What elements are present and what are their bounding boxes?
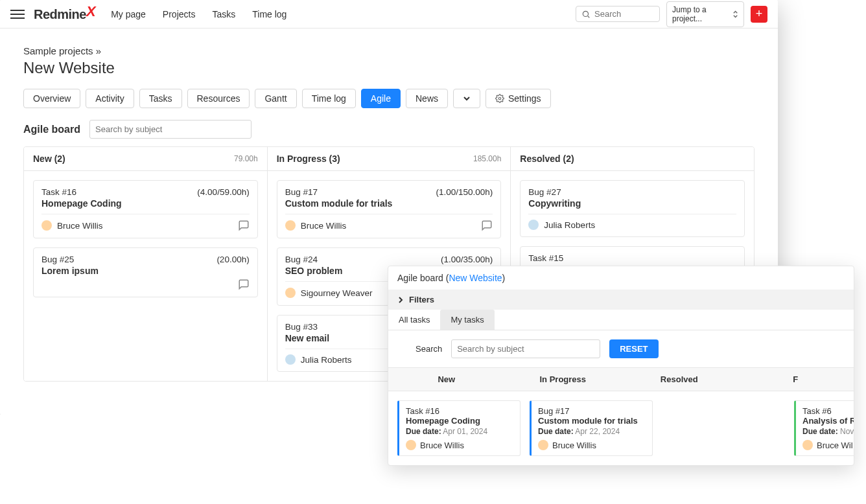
chevron-right-icon bbox=[397, 297, 404, 303]
tab-agile[interactable]: Agile bbox=[361, 89, 401, 108]
column-hours: 185.00h bbox=[473, 154, 501, 163]
card-id: Bug #24 bbox=[285, 255, 318, 264]
top-nav: My page Projects Tasks Time log bbox=[111, 9, 287, 19]
reset-button[interactable]: RESET bbox=[609, 339, 658, 358]
agile-filter-overlay: Agile board (New Website) Filters All ta… bbox=[388, 266, 854, 415]
column-title: New (2) bbox=[33, 154, 65, 164]
card-subject: Lorem ipsum bbox=[41, 266, 250, 276]
mini-card[interactable]: Task #6Analysis of RDue date: NovBruce W… bbox=[794, 400, 854, 415]
menu-icon[interactable] bbox=[10, 10, 25, 19]
svg-point-2 bbox=[498, 97, 501, 100]
tab-time-log[interactable]: Time log bbox=[302, 89, 356, 108]
jump-project-select[interactable]: Jump to a project... bbox=[666, 1, 744, 27]
svg-line-1 bbox=[588, 16, 590, 17]
tab-more[interactable] bbox=[453, 89, 480, 108]
mini-column-header: F bbox=[738, 368, 854, 391]
mini-column-header: New bbox=[388, 368, 505, 391]
chevron-down-icon bbox=[463, 96, 471, 101]
tab-tasks[interactable]: Tasks bbox=[139, 89, 182, 108]
overlay-title: Agile board (New Website) bbox=[388, 266, 854, 290]
card-id: Bug #17 bbox=[285, 187, 318, 197]
tab-gantt[interactable]: Gantt bbox=[255, 89, 296, 108]
card-id: Bug #25 bbox=[41, 255, 74, 264]
tab-all-tasks[interactable]: All tasks bbox=[388, 310, 440, 330]
comment-icon bbox=[481, 220, 493, 231]
mini-card[interactable]: Task #16Homepage CodingDue date: Apr 01,… bbox=[397, 400, 521, 415]
avatar bbox=[285, 354, 296, 365]
card-assignee: Julia Roberts bbox=[528, 220, 595, 230]
nav-projects[interactable]: Projects bbox=[163, 9, 196, 19]
card-hours: (4.00/59.00h) bbox=[197, 187, 249, 197]
mini-card-id: Task #6 bbox=[802, 406, 854, 415]
task-scope-tabs: All tasks My tasks bbox=[388, 310, 854, 330]
board-column: New (2)79.00hTask #16(4.00/59.00h)Homepa… bbox=[24, 147, 268, 381]
board-card[interactable]: Bug #17(1.00/150.00h)Custom module for t… bbox=[277, 180, 502, 238]
mini-column bbox=[662, 400, 785, 415]
filters-toggle[interactable]: Filters bbox=[388, 290, 854, 310]
card-id: Bug #27 bbox=[528, 187, 561, 197]
global-search[interactable] bbox=[576, 6, 660, 22]
card-id: Task #15 bbox=[528, 253, 563, 263]
svg-point-0 bbox=[583, 11, 588, 16]
project-tabs: OverviewActivityTasksResourcesGanttTime … bbox=[23, 89, 755, 108]
avatar bbox=[285, 220, 296, 231]
gear-icon bbox=[495, 94, 504, 103]
tab-resources[interactable]: Resources bbox=[187, 89, 250, 108]
card-assignee: Bruce Willis bbox=[41, 220, 103, 231]
card-hours: (20.00h) bbox=[216, 255, 249, 264]
overlay-search-label: Search bbox=[415, 344, 442, 354]
mini-column-header: In Progress bbox=[505, 368, 622, 391]
overlay-search-input[interactable] bbox=[451, 339, 600, 358]
card-subject: Copywriting bbox=[528, 198, 736, 209]
card-hours: (1.00/150.00h) bbox=[436, 187, 493, 197]
board-search-input[interactable] bbox=[89, 120, 252, 139]
tab-overview[interactable]: Overview bbox=[23, 89, 80, 108]
card-subject: Homepage Coding bbox=[41, 198, 250, 209]
tab-news[interactable]: News bbox=[406, 89, 448, 108]
search-icon bbox=[581, 10, 591, 19]
mini-column: Task #6Analysis of RDue date: NovBruce W… bbox=[794, 400, 854, 415]
board-card[interactable]: Task #16(4.00/59.00h)Homepage CodingBruc… bbox=[33, 180, 258, 238]
board-card[interactable]: Bug #27CopywritingJulia Roberts bbox=[520, 180, 745, 237]
avatar bbox=[285, 288, 296, 298]
board-title: Agile board bbox=[23, 124, 80, 135]
mini-card-id: Task #16 bbox=[406, 406, 513, 415]
logo: RedmineX bbox=[34, 6, 95, 23]
page-title: New Website bbox=[23, 59, 755, 77]
mini-column-header: Resolved bbox=[621, 368, 738, 391]
avatar bbox=[528, 220, 539, 230]
plus-icon: + bbox=[756, 7, 763, 21]
card-assignee: Sigourney Weaver bbox=[285, 288, 373, 298]
overlay-project-link[interactable]: New Website bbox=[449, 273, 502, 283]
board-card[interactable]: Bug #25(20.00h)Lorem ipsum bbox=[33, 247, 258, 297]
chevron-updown-icon bbox=[732, 10, 738, 18]
tab-my-tasks[interactable]: My tasks bbox=[440, 310, 494, 330]
column-hours: 79.00h bbox=[234, 154, 258, 163]
column-title: In Progress (3) bbox=[277, 154, 340, 164]
add-button[interactable]: + bbox=[751, 6, 767, 23]
card-hours: (1.00/35.00h) bbox=[441, 255, 493, 264]
nav-my-page[interactable]: My page bbox=[111, 9, 146, 19]
nav-timelog[interactable]: Time log bbox=[252, 9, 287, 19]
mini-column: Bug #17Custom module for trialsDue date:… bbox=[530, 400, 653, 415]
card-assignee: Julia Roberts bbox=[285, 354, 352, 365]
mini-card-id: Bug #17 bbox=[538, 406, 646, 415]
comment-icon bbox=[238, 279, 250, 290]
global-search-input[interactable] bbox=[594, 9, 654, 19]
tab-activity[interactable]: Activity bbox=[86, 89, 134, 108]
card-assignee: Bruce Willis bbox=[285, 220, 347, 231]
column-title: Resolved (2) bbox=[520, 154, 574, 164]
mini-card[interactable]: Bug #17Custom module for trialsDue date:… bbox=[530, 400, 653, 415]
card-id: Task #16 bbox=[41, 187, 76, 197]
comment-icon bbox=[238, 220, 250, 231]
avatar bbox=[41, 220, 52, 231]
mini-column: Task #16Homepage CodingDue date: Apr 01,… bbox=[397, 400, 521, 415]
card-subject: Custom module for trials bbox=[285, 198, 493, 209]
breadcrumb[interactable]: Sample projects » bbox=[23, 45, 755, 56]
tab-settings[interactable]: Settings bbox=[486, 89, 551, 108]
nav-tasks[interactable]: Tasks bbox=[212, 9, 235, 19]
card-id: Bug #33 bbox=[285, 322, 318, 332]
